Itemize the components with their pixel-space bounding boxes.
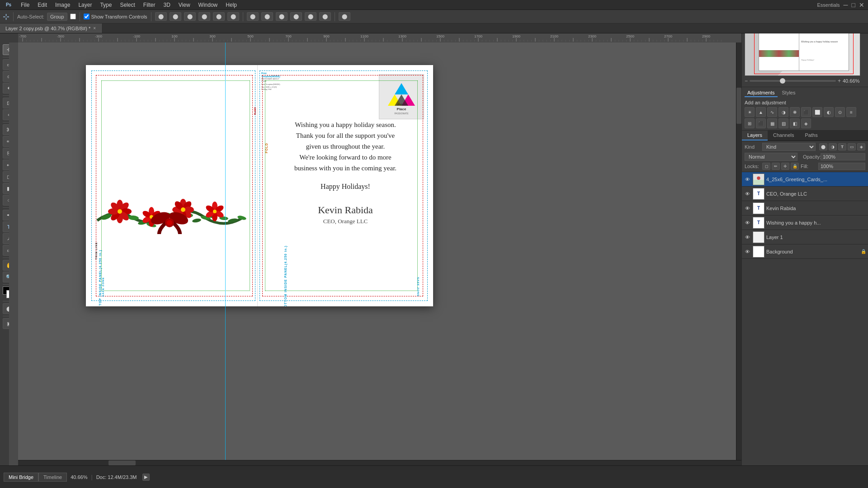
document-tab-close[interactable]: ×: [93, 26, 96, 31]
menu-image[interactable]: Image: [52, 1, 74, 9]
ruler-corner: [0, 33, 18, 42]
threshold-icon[interactable]: ▧: [778, 118, 788, 128]
layer-item-2[interactable]: 👁 T Kevin Rabida: [742, 201, 868, 216]
color-balance-icon[interactable]: ⬜: [812, 107, 822, 117]
align-center-h-button[interactable]: ⬤: [170, 12, 181, 21]
move-tool-icon[interactable]: ⊹: [3, 12, 9, 22]
layer-item-1[interactable]: 👁 T CEO, Orange LLC: [742, 187, 868, 201]
layer-1-visibility[interactable]: 👁: [744, 190, 751, 197]
layer-4-visibility[interactable]: 👁: [744, 234, 751, 241]
toolbar-separator-3: [151, 12, 151, 21]
document-tab[interactable]: Layer 2 copy.psb @ 40.7% (RGB/8#) * ×: [0, 23, 102, 33]
color-lookup-icon[interactable]: ⊞: [745, 118, 755, 128]
bw-icon[interactable]: ◐: [824, 107, 834, 117]
layer-item-4[interactable]: 👁 Layer 1: [742, 230, 868, 244]
layers-tab[interactable]: Layers: [742, 131, 768, 141]
auto-select-checkbox[interactable]: [70, 14, 76, 19]
filter-smart-icon[interactable]: ◈: [857, 143, 865, 150]
menu-help[interactable]: Help: [222, 1, 241, 9]
layers-kind-row: Kind Kind Name Effect Mode Attribute Col…: [745, 143, 865, 151]
opacity-input[interactable]: [821, 153, 865, 160]
brightness-contrast-icon[interactable]: ☀: [745, 107, 755, 117]
photo-filter-icon[interactable]: ⊙: [835, 107, 845, 117]
channel-mixer-icon[interactable]: ≡: [846, 107, 856, 117]
layer-3-visibility[interactable]: 👁: [744, 219, 751, 226]
menu-edit[interactable]: Edit: [34, 1, 51, 9]
zoom-slider-track[interactable]: [750, 80, 836, 82]
horizontal-scrollbar[interactable]: [18, 460, 741, 465]
distribute-top-button[interactable]: ⬤: [290, 12, 302, 21]
close-button[interactable]: ✕: [859, 1, 864, 9]
zoom-slider-thumb[interactable]: [780, 78, 785, 84]
lock-image-icon[interactable]: ✏: [772, 163, 780, 170]
zoom-in-icon[interactable]: +: [838, 78, 841, 84]
layer-item-0[interactable]: 👁 4_25x6_Greeting_Cards_...: [742, 172, 868, 187]
menu-window[interactable]: Window: [195, 1, 222, 9]
distribute-bottom-button[interactable]: ⬤: [319, 12, 331, 21]
lock-label: Locks:: [745, 164, 760, 169]
minimize-button[interactable]: ─: [844, 1, 848, 9]
menu-view[interactable]: View: [175, 1, 194, 9]
restore-button[interactable]: □: [852, 1, 855, 9]
paths-tab[interactable]: Paths: [800, 131, 823, 141]
blend-mode-select[interactable]: Normal Multiply Screen Overlay: [745, 153, 797, 161]
filter-shape-icon[interactable]: ▭: [848, 143, 856, 150]
card-document[interactable]: TOP INSIDE PANEL(4.250 in.) TRIM LINE SA…: [86, 65, 433, 306]
status-arrow-button[interactable]: ▶: [142, 474, 150, 481]
menu-type[interactable]: Type: [96, 1, 115, 9]
layer-2-visibility[interactable]: 👁: [744, 205, 751, 212]
menu-3d[interactable]: 3D: [160, 1, 174, 9]
posterize-icon[interactable]: ▦: [767, 118, 777, 128]
zoom-out-icon[interactable]: −: [745, 78, 748, 84]
horizontal-scrollbar-thumb[interactable]: [108, 460, 136, 465]
levels-icon[interactable]: ▲: [756, 107, 766, 117]
document-tab-bar: Layer 2 copy.psb @ 40.7% (RGB/8#) * ×: [0, 23, 868, 33]
distribute-left-button[interactable]: ⬤: [247, 12, 259, 21]
align-left-button[interactable]: ⬤: [155, 12, 167, 21]
lock-all-icon[interactable]: 🔒: [791, 163, 799, 170]
channels-tab[interactable]: Channels: [768, 131, 799, 141]
show-transform-checkbox[interactable]: [84, 14, 90, 19]
vertical-scrollbar-thumb[interactable]: [736, 88, 741, 124]
distribute-middle-button[interactable]: ⬤: [305, 12, 316, 21]
filter-adjust-icon[interactable]: ◑: [829, 143, 837, 150]
layer-0-visibility[interactable]: 👁: [744, 176, 751, 183]
vibrance-icon[interactable]: ❋: [790, 107, 800, 117]
layer-2-thumbnail: T: [753, 202, 764, 214]
layer-item-3[interactable]: 👁 T Wishing you a happy h...: [742, 216, 868, 230]
align-middle-button[interactable]: ⬤: [213, 12, 225, 21]
auto-select-dropdown[interactable]: Group: [47, 13, 67, 21]
gradient-map-icon[interactable]: ◧: [790, 118, 800, 128]
timeline-tab[interactable]: Timeline: [38, 473, 67, 482]
layer-1-thumbnail: T: [753, 188, 764, 200]
menu-layer[interactable]: Layer: [75, 1, 95, 9]
distribute-right-button[interactable]: ⬤: [276, 12, 288, 21]
layer-item-5[interactable]: 👁 Background 🔒: [742, 244, 868, 259]
align-top-button[interactable]: ⬤: [198, 12, 210, 21]
hue-saturation-icon[interactable]: ⬛: [801, 107, 811, 117]
exposure-icon[interactable]: ◑: [778, 107, 788, 117]
mini-bridge-tab[interactable]: Mini Bridge: [4, 473, 38, 482]
filter-pixel-icon[interactable]: ⬤: [819, 143, 827, 150]
filter-type-icon[interactable]: T: [838, 143, 846, 150]
menu-file[interactable]: File: [17, 1, 33, 9]
curves-icon[interactable]: ∿: [767, 107, 777, 117]
kind-filter-select[interactable]: Kind Name Effect Mode Attribute Color: [762, 143, 816, 151]
layer-5-visibility[interactable]: 👁: [744, 248, 751, 255]
kind-filter-icons: ⬤ ◑ T ▭ ◈: [819, 143, 865, 150]
distribute-center-h-button[interactable]: ⬤: [261, 12, 273, 21]
selective-color-icon[interactable]: ◈: [801, 118, 811, 128]
invert-icon[interactable]: ⬛: [756, 118, 766, 128]
align-bottom-button[interactable]: ⬤: [227, 12, 239, 21]
align-right-button[interactable]: ⬤: [184, 12, 196, 21]
arrange-button[interactable]: ⬤: [339, 12, 350, 21]
adjustments-tab[interactable]: Adjustments: [745, 89, 778, 97]
holiday-message-text: Wishing you a happy holiday season. Than…: [276, 119, 415, 174]
fill-input[interactable]: [818, 163, 865, 170]
vertical-scrollbar[interactable]: [736, 42, 741, 460]
lock-transparent-icon[interactable]: ◻: [762, 163, 770, 170]
menu-select[interactable]: Select: [116, 1, 138, 9]
styles-tab[interactable]: Styles: [779, 89, 798, 97]
menu-filter[interactable]: Filter: [140, 1, 159, 9]
lock-position-icon[interactable]: ✛: [781, 163, 789, 170]
